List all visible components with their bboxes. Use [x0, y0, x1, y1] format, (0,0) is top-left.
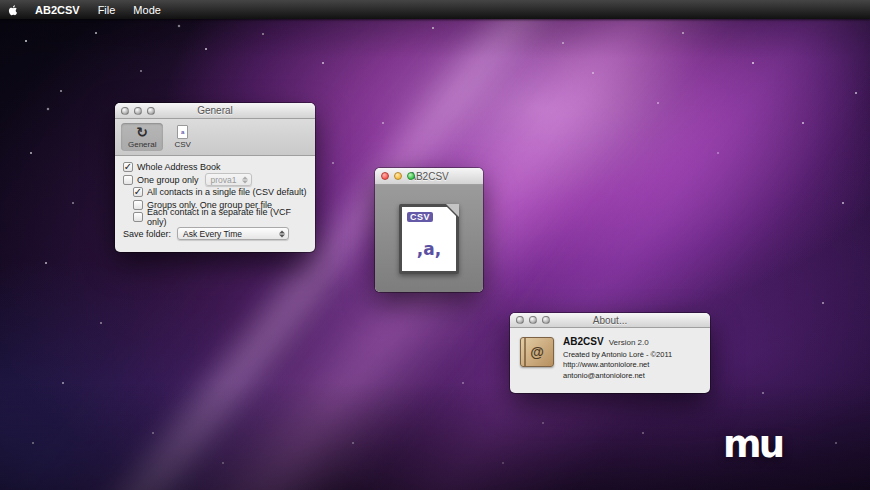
macupdate-logo: mu [723, 423, 782, 466]
page-fold-icon [446, 204, 459, 217]
minimize-button[interactable] [134, 107, 142, 115]
zoom-button[interactable] [542, 316, 550, 324]
group-popup[interactable]: prova1 [205, 173, 252, 186]
checkbox[interactable] [123, 175, 133, 185]
option-one-group-only[interactable]: One group only prova1 [123, 175, 307, 185]
checkbox[interactable]: ✓ [133, 187, 143, 197]
about-website-link[interactable]: http://www.antoniolore.net [563, 360, 672, 371]
about-credit: Created by Antonio Lorè - ©2011 [563, 350, 672, 361]
menu-app-name[interactable]: AB2CSV [26, 0, 89, 19]
option-separate-file[interactable]: Each contact in a separate file (VCF onl… [133, 212, 307, 222]
about-text: AB2CSV Version 2.0 Created by Antonio Lo… [563, 337, 672, 381]
checkbox[interactable]: ✓ [123, 162, 133, 172]
checkbox[interactable] [133, 212, 143, 222]
option-label: All contacts in a single file (CSV defau… [147, 187, 307, 197]
about-content: @ AB2CSV Version 2.0 Created by Antonio … [510, 328, 710, 390]
desktop: AB2CSV File Mode General ↻ General a CSV [0, 0, 870, 490]
save-folder-label: Save folder: [123, 229, 171, 239]
csv-document-icon: a [177, 125, 188, 139]
popup-arrows-icon [242, 176, 248, 183]
option-whole-address-book[interactable]: ✓ Whole Address Book [123, 162, 307, 172]
toolbar-tab-general[interactable]: ↻ General [121, 123, 163, 151]
address-book-icon: @ [520, 337, 554, 367]
about-version: Version 2.0 [609, 338, 649, 347]
toolbar-tab-label: General [128, 140, 156, 149]
checkbox[interactable] [133, 200, 143, 210]
csv-app-icon: CSV ,a, [399, 204, 459, 274]
main-window-body: CSV ,a, [375, 185, 483, 292]
close-button[interactable] [516, 316, 524, 324]
sync-arrows-icon: ↻ [136, 125, 148, 140]
option-label: One group only [137, 175, 199, 185]
window-controls [516, 316, 550, 324]
option-label: Each contact in a separate file (VCF onl… [147, 207, 307, 227]
apple-icon [7, 4, 19, 16]
toolbar-tab-label: CSV [174, 140, 190, 149]
about-title-line: AB2CSV Version 2.0 [563, 337, 672, 349]
apple-menu[interactable] [0, 4, 26, 16]
window-controls [121, 107, 155, 115]
main-titlebar[interactable]: AB2CSV [375, 168, 483, 185]
zoom-button[interactable] [147, 107, 155, 115]
minimize-button[interactable] [394, 172, 402, 180]
menu-bar: AB2CSV File Mode [0, 0, 870, 19]
csv-comma-text: ,a, [402, 239, 456, 259]
menu-item-file[interactable]: File [89, 0, 125, 19]
menu-item-mode[interactable]: Mode [124, 0, 170, 19]
about-app-name: AB2CSV [563, 336, 604, 347]
general-titlebar[interactable]: General [115, 103, 315, 119]
group-popup-value: prova1 [211, 175, 237, 185]
zoom-button[interactable] [407, 172, 415, 180]
save-folder-row: Save folder: Ask Every Time [123, 227, 307, 240]
about-email-link[interactable]: antonio@antoniolore.net [563, 371, 672, 382]
about-window: About... @ AB2CSV Version 2.0 Created by… [510, 313, 710, 393]
option-label: Whole Address Book [137, 162, 221, 172]
save-folder-value: Ask Every Time [183, 229, 242, 239]
general-preferences-window: General ↻ General a CSV ✓ Whole Address … [115, 103, 315, 252]
close-button[interactable] [121, 107, 129, 115]
save-folder-popup[interactable]: Ask Every Time [177, 227, 289, 240]
option-single-file[interactable]: ✓ All contacts in a single file (CSV def… [133, 187, 307, 197]
general-content: ✓ Whole Address Book One group only prov… [115, 156, 315, 240]
about-titlebar[interactable]: About... [510, 313, 710, 328]
close-button[interactable] [381, 172, 389, 180]
popup-arrows-icon [279, 230, 285, 237]
csv-badge: CSV [407, 212, 433, 222]
window-controls [381, 172, 415, 180]
ab2csv-main-window: AB2CSV CSV ,a, [375, 168, 483, 292]
toolbar-tab-csv[interactable]: a CSV [167, 123, 197, 151]
aurora-streak [0, 0, 655, 490]
minimize-button[interactable] [529, 316, 537, 324]
preferences-toolbar: ↻ General a CSV [115, 119, 315, 156]
